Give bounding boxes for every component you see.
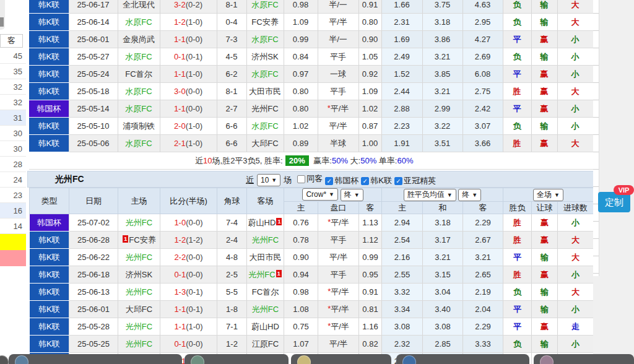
euro-home-odds-cell: 2.44 (381, 83, 422, 100)
asian-home-odds-cell: 0.90 (284, 249, 318, 266)
taskbar-item-1[interactable] (9, 354, 182, 364)
halftime-score: (1-0) (186, 69, 202, 79)
recent-matches-link[interactable]: 近 (246, 175, 254, 186)
asian-home-odds-cell: 0.98 (284, 0, 318, 14)
score-cell: 3-2(0-2) (160, 0, 217, 14)
fulltime-score: 3-2 (174, 0, 186, 9)
league-cell: 韩国杯 (29, 100, 69, 118)
asian-away-odds-cell: 0.99 (359, 249, 382, 266)
league-cell: 韩K联 (29, 48, 69, 66)
fulltime-score: 0-1 (174, 339, 186, 349)
fulltime-score: 1-2 (174, 235, 186, 245)
pink-marker-row[interactable] (0, 250, 26, 266)
away-team-cell: 光州FC (246, 100, 284, 118)
match-count-select[interactable]: 10 ▼ (257, 174, 280, 186)
fulltime-score: 1-1 (174, 322, 186, 331)
red-card-badge: 1 (123, 235, 128, 243)
date-cell: 25-05-14 (69, 100, 118, 118)
taskbar-item-4[interactable] (396, 354, 529, 364)
odds-list-item[interactable]: 30 (0, 141, 26, 157)
odds-list-item[interactable]: 32 (0, 79, 26, 95)
date-cell: 25-07-02 (69, 214, 118, 232)
date-cell: 25-05-10 (69, 118, 118, 135)
winlose-result-cell: 平 (503, 31, 531, 48)
match-row: 韩K联25-05-10浦项制铁2-0(1-0)6-6水原FC1.02平/半0.8… (29, 118, 593, 135)
league-cell: 韩K联 (30, 301, 69, 318)
team-name: 水原FC (125, 104, 152, 113)
handicap-result-cell: 赢 (531, 135, 557, 152)
corner-cell: 4-5 (217, 48, 246, 66)
match-row: 韩K联25-05-27水原FC0-1(0-1)4-5济州SK0.84平手1.05… (29, 48, 593, 66)
summary-stat-label: 大: (348, 156, 360, 165)
team-name: 水原FC (251, 0, 278, 9)
odds-list-item[interactable]: 31 (0, 110, 26, 126)
odds-list-item[interactable]: 45 (0, 48, 26, 64)
odds-list-item[interactable]: 16 (0, 203, 26, 219)
date-cell: 25-05-24 (69, 66, 118, 83)
euro-home-odds-cell: 2.32 (382, 336, 423, 353)
corner-cell: 0-4 (217, 14, 246, 31)
euro-draw-odds-cell: 3.22 (422, 118, 462, 135)
score-cell: 1-2(1-2) (160, 232, 217, 249)
checkbox-unchecked-icon[interactable] (297, 175, 305, 183)
euro-home-odds-cell: 2.49 (381, 48, 422, 66)
goals-result-cell: 大 (558, 232, 594, 249)
checkbox-checked-icon[interactable]: ✓ (361, 177, 369, 185)
odds-source-select[interactable]: Crow*▼ (302, 188, 338, 201)
away-team-cell: 光州FC1 (247, 266, 284, 284)
euro-home-odds-cell: 3.08 (382, 318, 423, 336)
odds-list-item[interactable]: 24 (0, 172, 26, 188)
odds-list-item[interactable]: 28 (0, 157, 26, 172)
home-team-cell: 全北现代 (118, 0, 160, 14)
filter-option-韩K联: ✓韩K联 (361, 175, 392, 186)
corner-cell: 8-1 (217, 0, 246, 14)
match-row: 韩K联25-06-281FC安养1-2(1-2)2-4光州FC0.78平手1.1… (30, 232, 594, 249)
filter-bar: 近 10 ▼ 场 同客✓韩国杯✓韩K联✓亚冠精英 (246, 173, 436, 186)
match-unit-label: 场 (284, 175, 292, 186)
corner-cell: 6-2 (217, 66, 246, 83)
odds-list-item[interactable]: 14 (0, 219, 26, 234)
odds-list-item[interactable]: 30 (0, 126, 26, 141)
euro-home-odds-cell: 3.34 (382, 301, 423, 318)
euro-away-odds-cell: 2.95 (462, 14, 503, 31)
scope-select[interactable]: 全场▼ (533, 189, 563, 201)
asian-home-odds-cell: 1.08 (284, 301, 318, 318)
checkbox-checked-icon[interactable]: ✓ (394, 177, 402, 185)
halftime-score: (0-1) (186, 52, 202, 61)
away-team-cell: 水原FC (246, 0, 284, 14)
asian-away-odds-cell: 0.80 (358, 14, 381, 31)
euro-stage-select[interactable]: 终▼ (458, 189, 481, 201)
odds-list-item[interactable]: 32 (0, 95, 26, 110)
team-name: 浦项制铁 (123, 121, 155, 131)
asian-home-odds-cell: 0.75 (284, 318, 318, 336)
odds-list-item[interactable]: 23 (0, 188, 26, 203)
yellow-marker-row[interactable] (0, 234, 26, 250)
chevron-down-icon: ▼ (354, 192, 360, 198)
asian-away-odds-cell: 1.05 (358, 48, 381, 66)
halftime-score: (0-0) (186, 253, 202, 262)
halftime-score: (1-0) (186, 121, 202, 131)
euro-odds-group: 胜平负均值▼ 终▼ (382, 188, 503, 202)
date-cell: 25-05-06 (69, 135, 118, 152)
asian-away-odds-cell: 0.92 (358, 66, 381, 83)
goals-result-cell: 走 (558, 318, 594, 336)
odds-list-item[interactable]: 35 (0, 64, 26, 79)
euro-odds-select[interactable]: 胜平负均值▼ (404, 189, 456, 201)
halftime-score: (0-2) (186, 0, 202, 9)
euro-draw-odds-cell: 2.85 (423, 336, 463, 353)
handicap-result-cell: 输 (532, 249, 558, 266)
match-row: 韩国杯25-07-02光州FC1-0(0-0)7-4蔚山HD10.76*平/半1… (30, 214, 594, 232)
team-name: 全北现代 (123, 0, 155, 9)
euro-home-odds-cell: 2.54 (382, 232, 423, 249)
date-cell: 25-06-14 (69, 14, 118, 31)
home-team-cell: 水原FC (118, 100, 160, 118)
away-team-cell: 江原FC (247, 336, 284, 353)
team-name: 大田市民 (250, 253, 282, 262)
euro-draw-odds-cell: 3.18 (423, 214, 463, 232)
odds-stage-select[interactable]: 终▼ (341, 189, 363, 201)
team-name: 济州SK (251, 52, 278, 61)
euro-draw-odds-cell: 3.51 (422, 135, 462, 152)
team-name: 水原FC (125, 87, 152, 96)
checkbox-checked-icon[interactable]: ✓ (325, 177, 333, 185)
summary-stat-label: 单率: (376, 156, 397, 165)
